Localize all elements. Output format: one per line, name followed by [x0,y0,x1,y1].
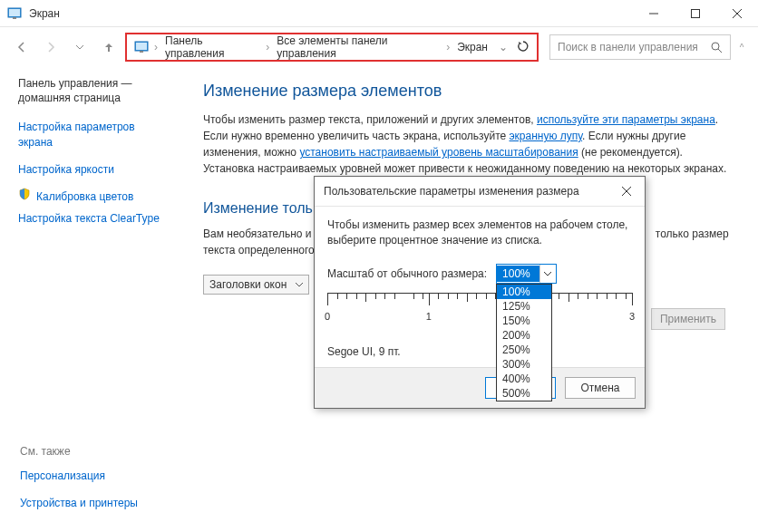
dialog-titlebar: Пользовательские параметры изменения раз… [315,177,645,207]
svg-rect-9 [140,51,143,53]
svg-line-11 [718,49,722,53]
dropdown-chevron-icon[interactable]: ⌄ [493,41,513,53]
sidebar-link-params[interactable]: Настройка параметров экрана [18,116,172,152]
sidebar-link-cleartype[interactable]: Настройка текста ClearType [18,208,172,229]
cancel-button[interactable]: Отмена [565,377,636,399]
navbar: › Панель управления › Все элементы панел… [0,27,758,67]
scale-option[interactable]: 150% [497,314,551,328]
close-button[interactable] [716,0,758,27]
up-button[interactable] [96,34,121,60]
chevron-down-icon [296,281,303,288]
scale-option[interactable]: 250% [497,343,551,357]
sidebar-link-brightness[interactable]: Настройка яркости [18,159,172,180]
back-button[interactable] [9,34,34,60]
search-icon [711,42,723,53]
sidebar-link-calibrate[interactable]: Калибровка цветов [36,186,133,208]
link-custom-scaling[interactable]: установить настраиваемый уровень масштаб… [299,146,578,159]
scale-dropdown-list: 100% 125% 150% 200% 250% 300% 400% 500% [496,284,552,401]
see-also-header: См. также [20,445,138,458]
font-sample: Segoe UI, 9 пт. [327,345,632,358]
refresh-icon[interactable] [513,40,533,55]
scale-dropdown[interactable]: 100% 100% 125% 150% 200% 250% 300% 400% … [496,264,557,284]
breadcrumb-segment[interactable]: Экран [452,39,493,55]
svg-rect-4 [692,9,700,17]
recent-chevron[interactable] [67,34,92,60]
titlebar: Экран [0,0,758,27]
scale-option[interactable]: 200% [497,328,551,343]
title-bars-combo[interactable]: Заголовки окон [203,275,309,295]
chevron-right-icon[interactable]: › [264,41,271,53]
sidebar-home-link[interactable]: Панель управления — домашняя страница [18,76,172,105]
scale-option[interactable]: 100% [497,285,551,299]
chevron-down-icon[interactable] [539,265,556,283]
window-title: Экран [29,7,60,20]
ruler[interactable]: 0 1 2 3 [327,293,632,338]
link-magnifier[interactable]: экранную лупу [510,130,583,142]
svg-rect-8 [136,43,147,50]
search-placeholder: Поиск в панели управления [558,41,711,53]
minimize-button[interactable] [633,0,675,27]
link-display-params[interactable]: используйте эти параметры экрана [537,113,715,126]
scale-option[interactable]: 400% [497,372,551,386]
apply-button[interactable]: Применить [651,308,725,330]
scale-option[interactable]: 125% [497,299,551,314]
forward-button[interactable] [38,34,63,60]
search-input[interactable]: Поиск в панели управления [549,34,731,60]
custom-sizing-dialog: Пользовательские параметры изменения раз… [314,176,646,409]
see-also-devices[interactable]: Устройства и принтеры [20,492,138,514]
monitor-icon [134,40,149,54]
dialog-message: Чтобы изменить размер всех элементов на … [327,218,632,249]
see-also-personalization[interactable]: Персонализация [20,465,138,487]
address-bar[interactable]: › Панель управления › Все элементы панел… [125,33,539,62]
dialog-title: Пользовательские параметры изменения раз… [324,185,617,198]
scale-label: Масштаб от обычного размера: [327,267,487,280]
breadcrumb-segment[interactable]: Панель управления [160,33,264,62]
see-also-section: См. также Персонализация Устройства и пр… [20,445,138,519]
dialog-close-button[interactable] [617,182,636,200]
shield-icon [18,188,31,203]
monitor-icon [7,6,22,21]
svg-point-10 [712,43,719,50]
chevron-right-icon[interactable]: › [152,41,160,53]
scale-option[interactable]: 500% [497,386,551,401]
breadcrumb-segment[interactable]: Все элементы панели управления [271,33,444,62]
scale-option[interactable]: 300% [497,357,551,372]
scale-selected-value: 100% [497,266,539,282]
scroll-up-icon[interactable]: ^ [734,43,749,53]
page-heading: Изменение размера элементов [203,82,731,101]
svg-rect-2 [13,17,16,19]
svg-rect-1 [9,9,20,16]
maximize-button[interactable] [675,0,716,27]
description-paragraph: Чтобы изменить размер текста, приложений… [203,111,731,177]
chevron-right-icon[interactable]: › [444,41,452,53]
